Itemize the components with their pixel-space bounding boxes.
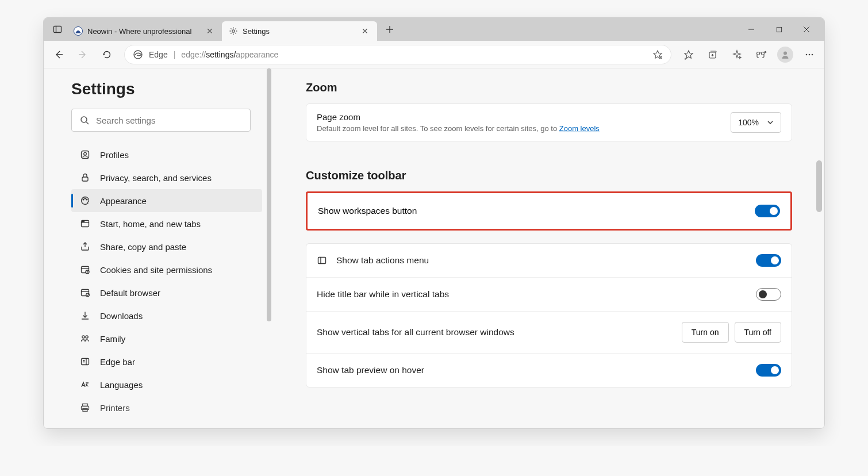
row-label: Show workspaces button bbox=[318, 206, 755, 216]
family-icon bbox=[79, 333, 91, 344]
turn-off-button[interactable]: Turn off bbox=[735, 322, 781, 343]
svg-point-24 bbox=[783, 51, 787, 55]
close-icon[interactable]: ✕ bbox=[205, 26, 215, 36]
forward-button[interactable] bbox=[72, 44, 93, 65]
svg-rect-57 bbox=[318, 258, 326, 264]
row-hide-titlebar: Hide title bar while in vertical tabs bbox=[306, 277, 792, 311]
svg-rect-7 bbox=[777, 27, 781, 32]
browser-window: Neowin - Where unprofessional ✕ Settings… bbox=[43, 17, 825, 429]
sidebar-item-profiles[interactable]: Profiles bbox=[71, 143, 262, 166]
address-bar[interactable]: Edge | edge://settings/appearance bbox=[124, 45, 671, 64]
sidebar-item-label: Languages bbox=[100, 380, 143, 390]
profile-button[interactable] bbox=[775, 44, 796, 65]
tab-neowin[interactable]: Neowin - Where unprofessional ✕ bbox=[67, 21, 222, 41]
svg-point-48 bbox=[86, 336, 88, 338]
sidebar-item-start[interactable]: Start, home, and new tabs bbox=[71, 212, 262, 235]
svg-point-3 bbox=[232, 30, 235, 32]
tab-preview-toggle[interactable] bbox=[756, 364, 781, 377]
sidebar-item-downloads[interactable]: Downloads bbox=[71, 304, 262, 327]
sidebar-item-family[interactable]: Family bbox=[71, 327, 262, 350]
tab-actions-row-icon bbox=[317, 255, 327, 266]
svg-point-22 bbox=[762, 52, 765, 55]
svg-rect-0 bbox=[54, 26, 62, 33]
sidebar-item-label: Printers bbox=[100, 403, 130, 413]
sidebar-item-label: Appearance bbox=[100, 196, 147, 206]
sidebar-item-default-browser[interactable]: Default browser bbox=[71, 281, 262, 304]
sidebar-item-cookies[interactable]: Cookies and site permissions bbox=[71, 258, 262, 281]
row-vertical-tabs: Show vertical tabs for all current brows… bbox=[306, 311, 792, 353]
svg-point-25 bbox=[806, 53, 808, 55]
extensions-button[interactable] bbox=[751, 44, 771, 65]
close-button[interactable] bbox=[793, 20, 820, 39]
browser-icon bbox=[79, 287, 91, 298]
main-scrollbar[interactable] bbox=[816, 68, 823, 428]
reading-list-icon[interactable] bbox=[652, 49, 663, 60]
separator: | bbox=[174, 50, 176, 59]
new-tab-button[interactable] bbox=[381, 20, 399, 39]
sidebar-item-share[interactable]: Share, copy and paste bbox=[71, 235, 262, 258]
svg-point-33 bbox=[83, 199, 84, 200]
tab-settings[interactable]: Settings ✕ bbox=[222, 21, 377, 41]
zoom-levels-link[interactable]: Zoom levels bbox=[559, 124, 600, 133]
collections-button[interactable] bbox=[702, 44, 723, 65]
sidebar-item-label: Downloads bbox=[100, 311, 143, 321]
printer-icon bbox=[79, 402, 91, 413]
search-icon bbox=[80, 116, 89, 125]
zoom-title: Page zoom bbox=[317, 112, 720, 122]
sidebar-item-privacy[interactable]: Privacy, search, and services bbox=[71, 166, 262, 189]
svg-rect-32 bbox=[82, 177, 88, 181]
sidebar-item-edge-bar[interactable]: Edge bar bbox=[71, 350, 262, 373]
tab-title: Settings bbox=[243, 27, 355, 36]
browser-toolbar: Edge | edge://settings/appearance bbox=[44, 41, 824, 68]
search-input[interactable] bbox=[71, 109, 251, 132]
avatar bbox=[777, 47, 793, 63]
copilot-button[interactable] bbox=[727, 44, 747, 65]
sidebar-item-label: Profiles bbox=[100, 150, 129, 160]
sidebar-item-languages[interactable]: Languages bbox=[71, 373, 262, 396]
workspaces-row-highlighted: Show workspaces button bbox=[306, 191, 792, 231]
menu-button[interactable] bbox=[799, 44, 820, 65]
sidebar: Settings Profiles Privacy, search, and s… bbox=[44, 68, 274, 428]
address-label: Edge bbox=[149, 50, 168, 59]
zoom-card: Page zoom Default zoom level for all sit… bbox=[306, 103, 792, 141]
tab-actions-toggle[interactable] bbox=[756, 254, 781, 267]
workspaces-toggle[interactable] bbox=[755, 205, 780, 217]
svg-point-35 bbox=[86, 199, 87, 200]
refresh-button[interactable] bbox=[97, 44, 117, 65]
lock-icon bbox=[79, 172, 91, 183]
page-title: Settings bbox=[71, 80, 262, 98]
hide-titlebar-toggle[interactable] bbox=[756, 288, 781, 301]
sidebar-item-appearance[interactable]: Appearance bbox=[71, 189, 262, 212]
customize-heading: Customize toolbar bbox=[306, 169, 792, 182]
svg-point-47 bbox=[82, 336, 85, 338]
tab-actions-icon[interactable] bbox=[48, 20, 67, 39]
gear-icon bbox=[229, 26, 238, 36]
edgebar-icon bbox=[79, 356, 91, 367]
svg-point-26 bbox=[809, 53, 811, 55]
sidebar-item-label: Cookies and site permissions bbox=[100, 265, 212, 275]
zoom-select[interactable]: 100% bbox=[731, 112, 781, 133]
profile-icon bbox=[79, 149, 91, 160]
svg-point-21 bbox=[757, 52, 760, 55]
toolbar-options-card: Show tab actions menu Hide title bar whi… bbox=[306, 243, 792, 387]
back-button[interactable] bbox=[48, 44, 69, 65]
maximize-button[interactable] bbox=[766, 20, 792, 39]
zoom-value: 100% bbox=[738, 118, 759, 127]
sidebar-scrollbar[interactable] bbox=[267, 68, 272, 428]
row-tab-actions: Show tab actions menu bbox=[306, 244, 792, 277]
sidebar-item-printers[interactable]: Printers bbox=[71, 396, 262, 419]
row-label: Hide title bar while in vertical tabs bbox=[317, 289, 449, 300]
search-field[interactable] bbox=[96, 116, 242, 125]
close-icon[interactable]: ✕ bbox=[360, 26, 370, 36]
tab-title: Neowin - Where unprofessional bbox=[87, 27, 200, 36]
chevron-down-icon bbox=[767, 119, 774, 126]
turn-on-button[interactable]: Turn on bbox=[682, 322, 729, 343]
row-label: Show vertical tabs for all current brows… bbox=[317, 327, 514, 337]
sidebar-item-label: Edge bar bbox=[100, 357, 135, 367]
download-icon bbox=[79, 310, 91, 321]
favorites-button[interactable] bbox=[678, 44, 699, 65]
sidebar-item-label: Privacy, search, and services bbox=[100, 173, 212, 183]
svg-point-27 bbox=[812, 53, 813, 55]
svg-point-31 bbox=[84, 152, 87, 155]
minimize-button[interactable] bbox=[738, 20, 765, 39]
